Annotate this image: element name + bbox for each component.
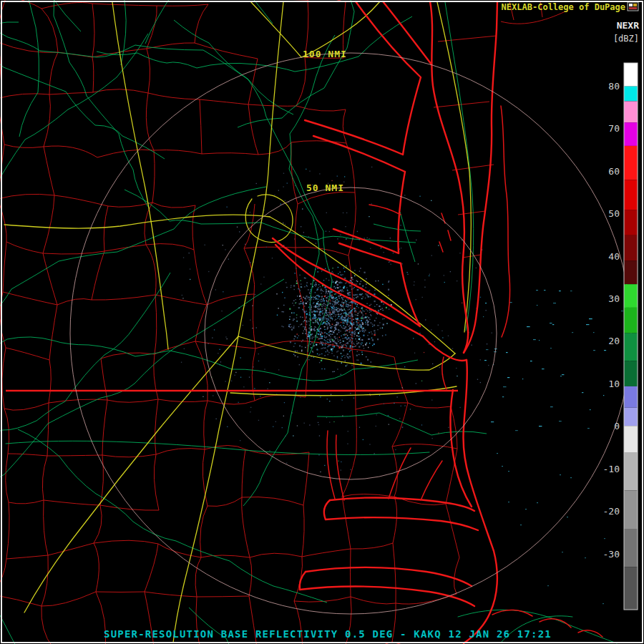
colorbar-segment bbox=[624, 567, 638, 610]
colorbar-segment bbox=[624, 210, 638, 235]
pamlico-shore bbox=[300, 572, 306, 590]
radar-display: 50 NMI100 NMI 80706050403020100-10-20-30… bbox=[0, 0, 644, 644]
albemarle-sound bbox=[326, 517, 478, 530]
reflectivity-echoes-layer bbox=[181, 167, 626, 604]
colorbar-tick-label: 20 bbox=[608, 336, 620, 346]
creek bbox=[369, 205, 401, 215]
pasquotank-river bbox=[421, 461, 442, 500]
albemarle-sound bbox=[324, 500, 330, 519]
radar-map-canvas: 50 NMI100 NMI 80706050403020100-10-20-30… bbox=[0, 0, 644, 644]
colorbar-tick-label: 60 bbox=[608, 166, 620, 177]
colorbar-segment bbox=[624, 308, 638, 333]
colorbar-segment bbox=[624, 529, 638, 567]
range-ring bbox=[205, 187, 497, 479]
colorbar-segment bbox=[624, 261, 638, 285]
colorbar-segment bbox=[624, 284, 638, 308]
range-rings-layer: 50 NMI100 NMI bbox=[70, 49, 631, 614]
delmarva-ocean-shore bbox=[464, 1, 497, 353]
colorbar-segment bbox=[624, 235, 638, 261]
colorbar-segment bbox=[624, 146, 638, 180]
hampton-roads-shore bbox=[423, 336, 467, 361]
highway-path bbox=[245, 195, 293, 242]
colorbar-tick-label: -20 bbox=[603, 506, 620, 517]
chowan-river bbox=[327, 431, 335, 499]
bay-west-shore bbox=[398, 172, 405, 253]
colorbar-segment bbox=[624, 491, 638, 530]
range-ring bbox=[70, 53, 631, 614]
colorbar-tick-label: 40 bbox=[608, 251, 620, 262]
sound-islands bbox=[540, 619, 571, 628]
cod-logo-icon bbox=[628, 2, 638, 11]
colorbar-segment bbox=[624, 180, 638, 210]
colorbar-segment bbox=[624, 386, 638, 408]
reflectivity-colorbar: 80706050403020100-10-20-30 bbox=[603, 63, 638, 610]
chowan-river bbox=[336, 435, 344, 500]
colorbar-segment bbox=[624, 122, 638, 146]
colorbar-segment bbox=[624, 408, 638, 426]
product-caption: SUPER-RESOLUTION BASE REFLECTIVITY 0.5 D… bbox=[104, 628, 552, 640]
colorbar-segment bbox=[624, 361, 638, 386]
highway-path bbox=[4, 215, 270, 228]
bay-west-shore bbox=[401, 263, 420, 326]
colorbar-tick-label: -10 bbox=[603, 464, 620, 474]
colorbar-tick-label: 70 bbox=[608, 123, 620, 134]
range-ring-label: 100 NMI bbox=[303, 49, 347, 59]
highway-path bbox=[437, 2, 471, 332]
pamlico-shore bbox=[306, 567, 472, 586]
colorbar-tick-label: 0 bbox=[614, 421, 620, 431]
barrier-islands bbox=[501, 106, 510, 337]
colorbar-segment bbox=[624, 333, 638, 361]
potomac-river bbox=[383, 1, 431, 64]
delmarva-county-lines bbox=[434, 1, 565, 258]
colorbar-segment bbox=[624, 102, 638, 123]
secondary-roads-static bbox=[6, 2, 617, 643]
potomac-river bbox=[356, 1, 421, 155]
colorbar-tick-label: 80 bbox=[608, 81, 620, 92]
frame-border bbox=[1, 1, 643, 643]
highways-layer bbox=[4, 1, 471, 643]
highway-path bbox=[24, 336, 238, 613]
colorbar-segment bbox=[624, 63, 638, 87]
highway-path bbox=[270, 217, 455, 353]
bay-islands bbox=[448, 230, 451, 240]
york-river bbox=[339, 243, 401, 263]
colorbar-segment bbox=[624, 452, 638, 491]
range-ring-label: 50 NMI bbox=[306, 182, 344, 193]
colorbar-segment bbox=[624, 426, 638, 452]
colorbar-tick-label: 10 bbox=[608, 379, 620, 389]
colorbar-units: [dBZ] bbox=[613, 34, 639, 44]
bay-islands bbox=[439, 242, 443, 252]
colorbar-tick-label: -30 bbox=[603, 549, 620, 560]
colorbar-title: NEXR bbox=[617, 20, 639, 31]
brand-title: NEXLAB-College of DuPage bbox=[502, 2, 625, 12]
colorbar-tick-label: 30 bbox=[608, 293, 620, 304]
colorbar-tick-label: 50 bbox=[608, 208, 620, 219]
sound-islands bbox=[492, 610, 532, 616]
colorbar-segment bbox=[624, 87, 638, 102]
